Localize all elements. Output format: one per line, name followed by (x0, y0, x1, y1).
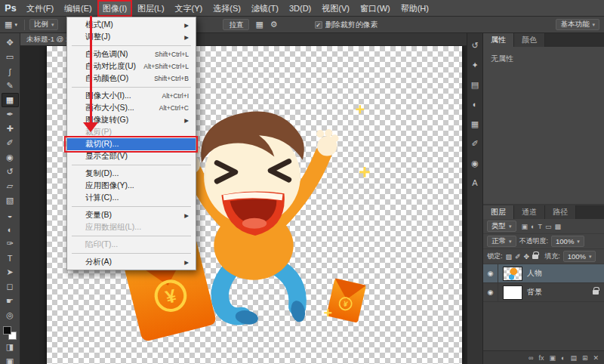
opacity-dropdown[interactable]: 100% ▾ (551, 236, 584, 247)
dodge-tool[interactable]: ◐ (2, 222, 19, 236)
gradient-tool[interactable]: ▧ (2, 193, 19, 208)
eyedropper-tool[interactable]: ✒ (2, 107, 19, 122)
layer-thumbnail[interactable] (503, 285, 522, 300)
clone-stamp-tool[interactable]: ◉ (2, 150, 19, 165)
info-panel-icon[interactable]: ▤ (469, 79, 482, 91)
blend-mode-dropdown[interactable]: 正常 ▾ (487, 236, 516, 247)
marquee-tool[interactable]: ▭ (2, 50, 19, 64)
layer-thumbnail[interactable] (503, 267, 522, 281)
tool-preset-arrow-icon[interactable]: ▾ (14, 22, 17, 28)
history-brush-tool[interactable]: ↺ (2, 165, 19, 179)
chevron-down-icon: ▾ (589, 254, 592, 260)
menu-item-mode[interactable]: 模式(M)▶ (67, 19, 196, 31)
tab-properties[interactable]: 属性 (483, 33, 514, 47)
styles-panel-icon[interactable]: ✦ (469, 60, 482, 71)
menu-item-variables[interactable]: 变量(B)▶ (67, 209, 196, 221)
history-panel-icon[interactable]: ↺ (469, 40, 482, 51)
filter-type-icon[interactable]: T (538, 223, 542, 230)
menu-image[interactable]: 图像(I) (97, 0, 132, 17)
filter-shape-icon[interactable]: ▭ (545, 223, 552, 230)
crop-ratio-dropdown[interactable]: 比例 ▾ (29, 19, 59, 30)
crop-tool[interactable]: ▦ (2, 93, 19, 107)
layer-group-icon[interactable]: ▤ (570, 354, 577, 362)
filter-adjustment-icon[interactable]: ◐ (531, 223, 535, 230)
foreground-color-swatch[interactable] (3, 326, 11, 335)
workspace-switcher[interactable]: 基本功能 ▾ (556, 19, 599, 30)
layer-row-character[interactable]: ◉ 人物 (483, 264, 604, 283)
filter-pixel-icon[interactable]: ▣ (522, 223, 528, 230)
crop-tool-preset-icon[interactable]: ▦ (5, 20, 12, 29)
tab-color[interactable]: 颜色 (514, 33, 545, 47)
fill-dropdown[interactable]: 100% ▾ (563, 251, 596, 262)
pen-tool[interactable]: ✑ (2, 236, 19, 251)
brush-panel-icon[interactable]: ✐ (469, 138, 482, 150)
delete-layer-icon[interactable]: ✕ (593, 354, 599, 362)
gear-icon[interactable]: ⚙ (270, 20, 278, 29)
new-layer-icon[interactable]: ⊞ (582, 354, 588, 362)
brush-tool[interactable]: ✐ (2, 136, 19, 150)
menu-item-apply-image[interactable]: 应用图像(Y)... (67, 180, 196, 192)
lock-position-icon[interactable]: ✥ (524, 253, 530, 261)
adjustment-layer-icon[interactable]: ◐ (561, 354, 565, 362)
healing-brush-tool[interactable]: ✚ (2, 122, 19, 136)
clone-source-panel-icon[interactable]: ◉ (469, 158, 482, 169)
menu-window[interactable]: 窗口(W) (355, 0, 396, 17)
tab-paths[interactable]: 路径 (545, 205, 576, 219)
hand-tool[interactable]: ☛ (2, 294, 19, 308)
layer-filter-dropdown[interactable]: 类型 ▾ (487, 221, 516, 232)
swatches-panel-icon[interactable]: ▦ (469, 119, 482, 130)
zoom-tool[interactable]: ◎ (2, 308, 19, 322)
menu-filter[interactable]: 滤镜(T) (246, 0, 284, 17)
lock-transparency-icon[interactable]: ▨ (506, 253, 513, 261)
menu-select[interactable]: 选择(S) (208, 0, 246, 17)
visibility-toggle[interactable]: ◉ (483, 283, 498, 301)
menu-item-analysis[interactable]: 分析(A)▶ (67, 256, 196, 268)
menu-help[interactable]: 帮助(H) (396, 0, 434, 17)
menu-item-image-size[interactable]: 图像大小(I)...Alt+Ctrl+I (67, 90, 196, 102)
menu-item-auto-tone[interactable]: 自动色调(N)Shift+Ctrl+L (67, 48, 196, 60)
layer-name: 背景 (527, 287, 542, 298)
menu-item-auto-color[interactable]: 自动颜色(O)Shift+Ctrl+B (67, 72, 196, 85)
menu-type[interactable]: 文字(Y) (170, 0, 208, 17)
menu-edit[interactable]: 编辑(E) (59, 0, 97, 17)
eraser-tool[interactable]: ▱ (2, 179, 19, 193)
delete-cropped-pixels-checkbox[interactable]: ✓ (315, 21, 322, 29)
menu-item-adjustments[interactable]: 调整(J)▶ (67, 31, 196, 43)
menu-item-duplicate[interactable]: 复制(D)... (67, 168, 196, 180)
lock-label: 锁定: (487, 251, 503, 261)
type-tool[interactable]: T (2, 251, 19, 265)
tab-layers[interactable]: 图层 (483, 205, 514, 219)
brush-tool-icon: ✐ (6, 138, 13, 148)
lock-row: 锁定: ▨ ✐ ✥ 填充: 100% ▾ (483, 249, 604, 264)
layer-list: ◉ 人物 ◉ 背景 (483, 264, 604, 350)
move-tool[interactable]: ✥ (2, 35, 19, 50)
link-layers-icon[interactable]: ∞ (528, 354, 533, 362)
adjustments-panel-icon[interactable]: ◐ (469, 99, 482, 110)
menu-layer[interactable]: 图层(L) (132, 0, 169, 17)
menu-item-auto-contrast[interactable]: 自动对比度(U)Alt+Shift+Ctrl+L (67, 60, 196, 72)
menu-item-canvas-size[interactable]: 画布大小(S)...Alt+Ctrl+C (67, 102, 196, 114)
lock-pixels-icon[interactable]: ✐ (515, 253, 521, 261)
path-selection-tool[interactable]: ➤ (2, 265, 19, 279)
menu-3d[interactable]: 3D(D) (284, 0, 316, 17)
quick-mask-tool[interactable]: ◨ (2, 340, 19, 354)
lasso-tool[interactable]: ʃ (2, 64, 19, 79)
straighten-button[interactable]: 拉直 (223, 19, 249, 30)
menu-view[interactable]: 视图(V) (316, 0, 355, 17)
crop-overlay-icon[interactable]: ▦ (255, 20, 263, 29)
tab-channels[interactable]: 通道 (514, 205, 545, 219)
menu-item-calculations[interactable]: 计算(C)... (67, 192, 196, 204)
color-swatches[interactable] (3, 326, 17, 340)
screen-mode-tool[interactable]: ▣ (2, 354, 19, 364)
shape-tool[interactable]: ◻ (2, 279, 19, 294)
layer-effects-icon[interactable]: fx (538, 354, 544, 362)
layer-mask-icon[interactable]: ▣ (549, 354, 556, 362)
menu-file[interactable]: 文件(F) (21, 0, 59, 17)
lock-all-icon[interactable] (532, 254, 538, 259)
blur-tool[interactable]: ◒ (2, 208, 19, 222)
quick-selection-tool[interactable]: ✎ (2, 79, 19, 93)
visibility-toggle[interactable]: ◉ (483, 264, 498, 282)
layer-row-background[interactable]: ◉ 背景 (483, 283, 604, 302)
filter-smart-icon[interactable]: ▩ (554, 223, 561, 230)
character-panel-icon[interactable]: A (469, 177, 482, 189)
